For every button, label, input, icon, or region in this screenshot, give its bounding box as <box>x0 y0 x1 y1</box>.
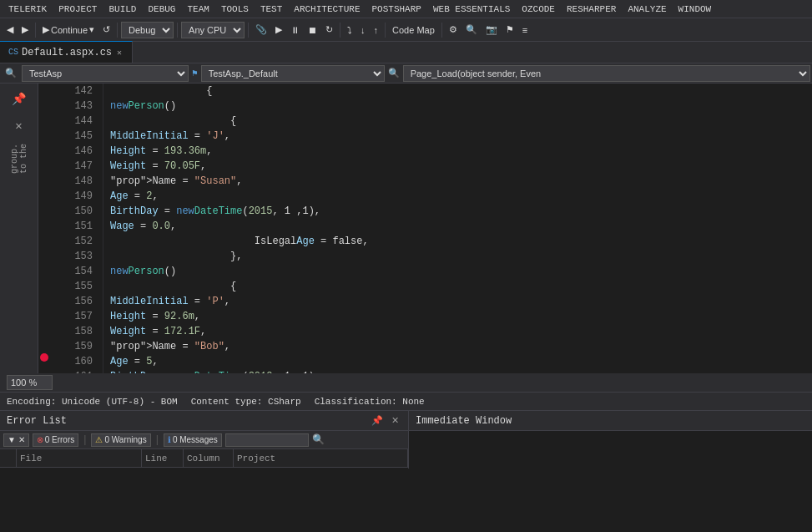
separator-6 <box>385 23 386 38</box>
editor-area: ➤ 14214314414514614714814915015115215315… <box>38 84 812 373</box>
col-line: Line <box>142 449 184 467</box>
arrow-cell <box>50 324 62 339</box>
step-into-button[interactable]: ↓ <box>357 23 369 37</box>
tools-btn-4[interactable]: ⚑ <box>502 23 517 37</box>
error-panel-pin[interactable]: 📌 <box>369 414 386 427</box>
messages-button[interactable]: ℹ 0 Messages <box>164 433 222 447</box>
menu-team[interactable]: TEAM <box>182 3 214 16</box>
close-panel-icon[interactable]: ✕ <box>8 114 31 137</box>
breakpoint-cell <box>38 166 50 176</box>
bottom-area: Error List 📌 ✕ ▼ ✕ ⊗ 0 Errors | ⚠ 0 Warn… <box>0 410 812 469</box>
error-toolbar: ▼ ✕ ⊗ 0 Errors | ⚠ 0 Warnings | ℹ 0 Mess… <box>0 431 408 449</box>
tools-btn-3[interactable]: 📷 <box>482 23 501 37</box>
menu-analyze[interactable]: ANALYZE <box>623 3 671 16</box>
col-indicator <box>0 449 17 467</box>
line-number: 151 <box>68 219 96 234</box>
code-lines[interactable]: { new Person() { MiddleInitial = 'J', He… <box>103 84 812 373</box>
back-button[interactable]: ◀ <box>3 23 17 37</box>
line-number: 158 <box>68 324 96 339</box>
attach-button[interactable]: 📎 <box>252 23 270 37</box>
arrow-cell <box>50 144 62 159</box>
code-line: Age = 5, <box>110 354 812 369</box>
arrow-cell <box>50 189 62 204</box>
warnings-button[interactable]: ⚠ 0 Warnings <box>91 433 150 447</box>
arrow-cell <box>50 249 62 264</box>
arrow-cell <box>50 354 62 369</box>
tools-btn-5[interactable]: ≡ <box>519 23 531 37</box>
breakpoint-cell <box>38 260 50 270</box>
namespace-dropdown[interactable]: TestAsp <box>22 65 189 82</box>
menu-postsharp[interactable]: POSTSHARP <box>367 3 426 16</box>
code-line: { <box>110 279 812 294</box>
breakpoint-cell <box>38 94 50 104</box>
arrow-column: ➤ <box>50 84 62 373</box>
step-over-button[interactable]: ⤵ <box>344 23 356 37</box>
line-number: 145 <box>68 129 96 144</box>
filter-button[interactable]: ▼ ✕ <box>3 433 29 447</box>
separator-3 <box>177 23 178 38</box>
error-search-input[interactable] <box>225 433 309 447</box>
breakpoint-cell <box>38 342 50 352</box>
menu-window[interactable]: WINDOW <box>673 3 717 16</box>
menu-telerik[interactable]: TELERIK <box>3 3 52 16</box>
code-line: { <box>110 114 812 129</box>
breakpoint-cell <box>38 145 50 155</box>
breakpoint-cell <box>38 352 50 362</box>
continue-button[interactable]: ▶ Continue ▾ <box>39 23 98 37</box>
step-out-button[interactable]: ↑ <box>371 23 382 37</box>
config-dropdown[interactable]: Debug <box>121 22 174 38</box>
error-panel-title: Error List <box>7 415 366 427</box>
error-panel-header: Error List 📌 ✕ <box>0 411 408 431</box>
pin-icon[interactable]: 📌 <box>8 87 31 110</box>
play-button[interactable]: ▶ <box>272 23 285 37</box>
menu-resharper[interactable]: RESHARPER <box>562 3 621 16</box>
error-panel-close[interactable]: ✕ <box>389 414 401 427</box>
tools-btn-2[interactable]: 🔍 <box>462 23 481 37</box>
stop-button[interactable]: ⏹ <box>305 23 320 37</box>
errors-button[interactable]: ⊗ 0 Errors <box>33 433 79 447</box>
line-number: 154 <box>68 264 96 279</box>
code-container: ➤ 14214314414514614714814915015115215315… <box>38 84 812 373</box>
line-number: 144 <box>68 114 96 129</box>
main-area: 📌 ✕ group.to the ➤ 142143144145146147148… <box>0 84 812 373</box>
code-line: { <box>110 84 812 99</box>
nav-icon: 🔍 <box>2 68 20 79</box>
refresh-button[interactable]: ↺ <box>99 23 113 37</box>
line-number: 156 <box>68 294 96 309</box>
arrow-cell <box>50 204 62 219</box>
menu-tools[interactable]: TOOLS <box>216 3 254 16</box>
separator-7 <box>441 23 442 38</box>
restart-button[interactable]: ↻ <box>322 23 336 37</box>
arrow-cell <box>50 234 62 249</box>
breakpoint-cell <box>38 218 50 228</box>
breakpoint-cell <box>38 135 50 145</box>
pause-button[interactable]: ⏸ <box>287 23 303 37</box>
tab-close-button[interactable]: ✕ <box>115 47 124 58</box>
member-dropdown[interactable]: Page_Load(object sender, Even <box>403 65 810 82</box>
code-line: "prop">Name = "Bob", <box>110 339 812 354</box>
arrow-cell <box>50 129 62 144</box>
menu-ozcode[interactable]: OZCODE <box>517 3 560 16</box>
separator-4 <box>248 23 249 38</box>
menu-build[interactable]: BUILD <box>103 3 141 16</box>
menu-project[interactable]: PROJECT <box>53 3 102 16</box>
forward-button[interactable]: ▶ <box>18 23 32 37</box>
menu-web-essentials[interactable]: WEB ESSENTIALS <box>428 3 515 16</box>
separator-2 <box>117 23 118 38</box>
platform-dropdown[interactable]: Any CPU <box>181 22 245 38</box>
class-dropdown[interactable]: TestAsp._Default <box>201 65 385 82</box>
tab-label: Default.aspx.cs <box>22 47 112 58</box>
error-panel: Error List 📌 ✕ ▼ ✕ ⊗ 0 Errors | ⚠ 0 Warn… <box>0 411 409 469</box>
menu-test[interactable]: TEST <box>255 3 287 16</box>
tools-btn-1[interactable]: ⚙ <box>446 23 461 37</box>
code-map-button[interactable]: Code Map <box>389 23 438 37</box>
nav-icon-2: 🔍 <box>386 68 401 79</box>
left-panel: 📌 ✕ group.to the <box>0 84 38 373</box>
menu-debug[interactable]: DEBUG <box>143 3 180 16</box>
breakpoint-cell <box>38 332 50 342</box>
breakpoint-cell <box>38 239 50 249</box>
tab-default-aspx[interactable]: CS Default.aspx.cs ✕ <box>0 41 133 63</box>
menu-architecture[interactable]: ARCHITECTURE <box>289 3 365 16</box>
breakpoint-cell <box>38 270 50 280</box>
zoom-input[interactable] <box>7 375 53 390</box>
